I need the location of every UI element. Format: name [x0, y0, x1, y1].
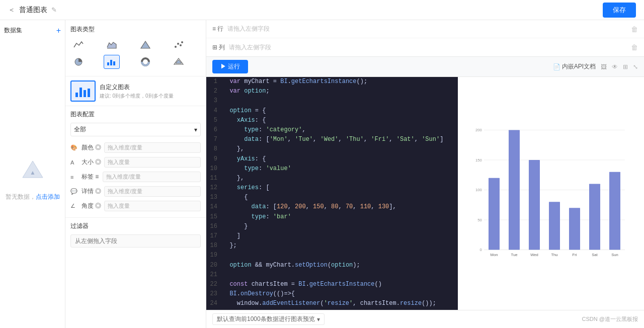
- col-delete-icon[interactable]: 🗑: [631, 43, 638, 51]
- svg-text:Sat: Sat: [592, 253, 598, 257]
- add-dataset-button[interactable]: +: [56, 27, 61, 35]
- document-icon: 📄: [553, 63, 560, 70]
- topbar-left: ＜ 普通图表 ✎: [8, 6, 57, 15]
- custom-chart-name: 自定义图表: [100, 83, 201, 92]
- svg-marker-2: [141, 41, 150, 48]
- svg-text:200: 200: [475, 128, 482, 132]
- bar-Wed: [529, 160, 540, 250]
- bottom-bar: 默认查询前1000条数据进行图表预览 ▾ CSDN @道一云黑板报: [206, 310, 644, 328]
- svg-text:Fri: Fri: [573, 253, 577, 257]
- bar-Sat: [589, 184, 600, 250]
- chart-type-donut[interactable]: [137, 55, 153, 69]
- filter-label: 过滤器: [70, 222, 201, 230]
- api-doc-link[interactable]: 📄 内嵌API文档: [553, 62, 596, 71]
- col-placeholder: 请拖入左侧字段: [229, 43, 627, 52]
- topbar: ＜ 普通图表 ✎ 保存: [0, 0, 644, 20]
- svg-text:Mon: Mon: [491, 253, 498, 257]
- filter-input[interactable]: [70, 234, 201, 248]
- row-config: ≡ 行 请拖入左侧字段 🗑: [206, 20, 644, 38]
- col-config: ⊞ 列 请拖入左侧字段 🗑: [206, 38, 644, 56]
- filter-section: 过滤器: [65, 218, 206, 252]
- custom-chart-thumb: [70, 80, 96, 102]
- fullscreen-icon[interactable]: ⤡: [633, 63, 638, 70]
- label-input[interactable]: 拖入维度/度量: [103, 172, 201, 182]
- bar-Mon: [489, 178, 500, 250]
- chart-type-section: 图表类型: [65, 20, 206, 76]
- bar-Thu: [549, 202, 560, 250]
- detail-label: 详情 ◎: [82, 187, 101, 196]
- chart-type-radar[interactable]: [171, 55, 187, 69]
- svg-text:50: 50: [477, 218, 482, 222]
- color-input[interactable]: 拖入维度/度量: [104, 142, 201, 153]
- svg-rect-15: [75, 93, 78, 97]
- svg-text:Tue: Tue: [511, 253, 518, 257]
- size-icon: A: [70, 159, 78, 166]
- chart-type-pie[interactable]: [70, 55, 87, 69]
- chart-svg-area: 050100150200MonTueWedThuFriSatSun: [470, 85, 632, 302]
- chart-config-label: 图表配置: [70, 110, 201, 119]
- back-button[interactable]: ＜: [8, 6, 15, 15]
- row-delete-icon[interactable]: 🗑: [631, 25, 638, 33]
- svg-point-6: [181, 41, 183, 43]
- svg-rect-17: [84, 90, 86, 97]
- grid-icon[interactable]: ⊞: [623, 63, 628, 70]
- bottom-dropdown[interactable]: 默认查询前1000条数据进行图表预览 ▾: [212, 313, 325, 325]
- chart-type-mountain[interactable]: [137, 38, 153, 52]
- svg-text:Wed: Wed: [530, 253, 538, 257]
- code-editor[interactable]: 1 var myChart = BI.getEchartsInstance();…: [206, 77, 458, 310]
- chart-icons-row1: [70, 38, 201, 52]
- svg-text:Sun: Sun: [611, 253, 618, 257]
- config-angle: ∠ 角度 ◎ 拖入度量: [70, 199, 201, 213]
- svg-point-4: [177, 43, 179, 45]
- label-label: 标签 ≡: [82, 173, 100, 181]
- bar-Sun: [609, 172, 620, 250]
- chart-type-scatter[interactable]: [171, 38, 187, 52]
- chevron-down-icon: ▾: [194, 126, 197, 133]
- custom-chart-area: 自定义图表 建议: 0到多个维度，0到多个度量: [65, 76, 206, 106]
- row-placeholder: 请拖入左侧字段: [227, 25, 627, 33]
- svg-rect-9: [110, 60, 112, 65]
- color-icon: 🎨: [70, 144, 78, 151]
- config-dropdown[interactable]: 全部 ▾: [70, 123, 201, 136]
- sidebar-label: 数据集: [4, 26, 22, 35]
- config-color: 🎨 颜色 ◎ 拖入维度/度量: [70, 140, 201, 155]
- row-col-bar: ≡ 行 请拖入左侧字段 🗑 ⊞ 列 请拖入左侧字段 🗑: [206, 20, 644, 57]
- svg-point-5: [180, 44, 182, 46]
- main-layout: 数据集 + ▲ 暂无数据，点击添加 图表类型: [0, 20, 644, 328]
- config-label: ≡ 标签 ≡ 拖入维度/度量: [70, 170, 201, 184]
- run-button[interactable]: ▶ 运行: [212, 60, 248, 73]
- size-label: 大小 ◎: [82, 158, 101, 167]
- page-title: 普通图表: [19, 6, 47, 15]
- run-bar: ▶ 运行 📄 内嵌API文档 🖼 👁 ⊞ ⤡: [206, 57, 644, 77]
- chart-type-bar[interactable]: [104, 55, 120, 69]
- bar-Fri: [569, 208, 580, 250]
- col-icon: ⊞ 列: [212, 43, 225, 52]
- config-dropdown-label: 全部: [74, 125, 86, 134]
- angle-input[interactable]: 拖入度量: [104, 201, 201, 211]
- svg-text:Thu: Thu: [551, 253, 557, 257]
- angle-label: 角度 ◎: [82, 202, 101, 210]
- svg-text:150: 150: [475, 158, 482, 162]
- custom-chart-info: 自定义图表 建议: 0到多个维度，0到多个度量: [100, 83, 201, 100]
- size-input[interactable]: 拖入度量: [104, 157, 201, 168]
- bar-Tue: [509, 130, 520, 250]
- edit-title-icon[interactable]: ✎: [51, 6, 57, 14]
- save-button[interactable]: 保存: [603, 3, 636, 18]
- image-icon[interactable]: 🖼: [601, 63, 607, 70]
- eye-icon[interactable]: 👁: [612, 63, 618, 70]
- bottom-bar-left: 默认查询前1000条数据进行图表预览 ▾: [212, 313, 325, 325]
- left-sidebar: 数据集 + ▲ 暂无数据，点击添加: [0, 20, 65, 328]
- config-size: A 大小 ◎ 拖入度量: [70, 155, 201, 170]
- chart-type-line[interactable]: [70, 38, 87, 52]
- add-data-link[interactable]: 点击添加: [36, 193, 60, 200]
- detail-input[interactable]: 拖入维度/度量: [104, 186, 201, 197]
- svg-text:0: 0: [480, 248, 482, 252]
- angle-icon: ∠: [70, 203, 78, 209]
- custom-chart-desc: 建议: 0到多个维度，0到多个度量: [100, 93, 201, 100]
- svg-rect-18: [88, 89, 90, 97]
- bar-chart-svg: 050100150200MonTueWedThuFriSatSun: [470, 85, 632, 302]
- chart-type-area[interactable]: [104, 38, 120, 52]
- svg-text:▲: ▲: [30, 169, 36, 176]
- sidebar-header: 数据集 +: [4, 26, 61, 35]
- row-icon: ≡ 行: [212, 25, 223, 33]
